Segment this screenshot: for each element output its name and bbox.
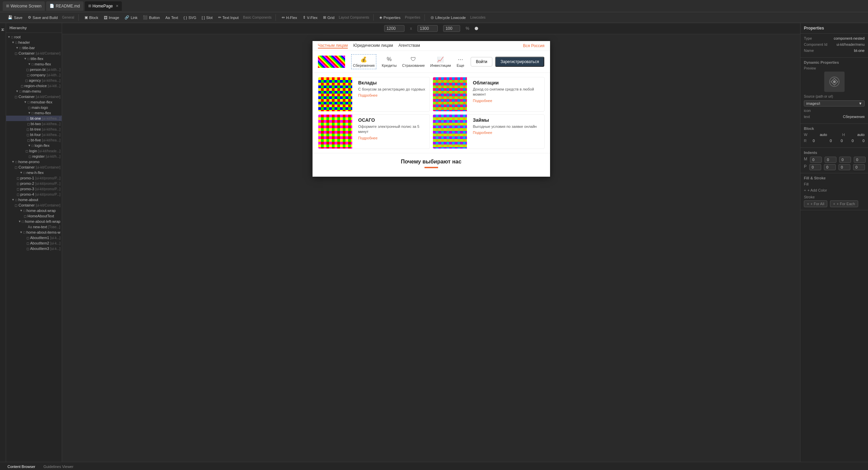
tree-item-menubar-flex[interactable]: ▼ □ menubar-flex: [6, 99, 62, 105]
tree-item-agency[interactable]: ◻ agency [ui-kit/hea...]: [6, 78, 62, 83]
menu-item-insurance[interactable]: 🛡 Страхование: [402, 56, 425, 67]
tree-item-register[interactable]: ◻ register [ui-kit/h...]: [6, 154, 62, 159]
p-val1-input[interactable]: [809, 164, 821, 170]
menu-item-credits[interactable]: % Кредиты: [382, 56, 397, 67]
site-register-button[interactable]: Зарегистрироваться: [495, 57, 544, 67]
canvas-height-input[interactable]: [417, 25, 438, 32]
tree-item-bt-four[interactable]: ◻ bt-four [ui-kit/hea...]: [6, 132, 62, 137]
tree-item-promo-1[interactable]: ◻ promo-1 [ui-kit/promo/P...]: [6, 175, 62, 181]
tree-item-home-about-items-w[interactable]: ▼ □ home-about-items-w: [6, 230, 62, 235]
tab-welcome-screen[interactable]: ⊞ Welcome Screen: [3, 1, 45, 11]
for-each-button[interactable]: + + For Each: [830, 200, 858, 207]
m-val1-input[interactable]: [810, 157, 822, 163]
nav-link-legal[interactable]: Юридическим лицам: [353, 43, 393, 48]
content-browser-tab[interactable]: Content Browser: [3, 463, 39, 470]
r-val2: 0: [830, 139, 832, 143]
p-val3-input[interactable]: [838, 164, 850, 170]
add-color-button[interactable]: + + Add Color: [804, 188, 865, 193]
grid-button[interactable]: ⊞ Grid: [321, 14, 337, 21]
tree-item-HomeAboutText[interactable]: ◻ HomeAboutText: [6, 213, 62, 219]
text-input-button[interactable]: ✏ Text Input: [216, 14, 241, 21]
properties-button[interactable]: ◈ Properties: [377, 14, 403, 21]
tree-item-container2[interactable]: ◻ Container [ui-kit/Container]: [6, 94, 62, 99]
tree-item-bt-two[interactable]: ◻ bt-two [ui-kit/hea...]: [6, 121, 62, 126]
tree-item-AboutItem3[interactable]: ◻ AboutItem3 [ui-k...]: [6, 246, 62, 251]
m-val3-input[interactable]: [839, 157, 851, 163]
m-val2-input[interactable]: [825, 157, 836, 163]
tree-item-root[interactable]: ▼ □ root: [6, 34, 62, 40]
nav-link-personal[interactable]: Частным лицам: [318, 43, 348, 48]
card-loans: Займы Выгодные условия по заявке онлайн …: [433, 114, 545, 149]
site-region-label[interactable]: Вся Россия: [523, 43, 544, 48]
node-icon: ◻: [26, 128, 29, 131]
tree-item-company[interactable]: ◻ company [ui-kith...]: [6, 72, 62, 78]
link-button[interactable]: 🔗 Link: [122, 14, 140, 21]
guidelines-viewer-tab[interactable]: Guidelines Viewer: [39, 463, 77, 470]
menu-item-more[interactable]: ⋯ Еще: [456, 56, 465, 67]
menu-item-investments[interactable]: 📈 Инвестиции: [430, 56, 451, 67]
close-tab-icon[interactable]: ✕: [116, 4, 118, 8]
hierarchy-vertical-tab[interactable]: H: [0, 26, 5, 34]
nav-link-agencies[interactable]: Агентствам: [398, 43, 420, 48]
canvas-width-input[interactable]: [384, 25, 404, 32]
tree-item-header[interactable]: ▼ □ header: [6, 40, 62, 45]
tree-item-AboutItem2[interactable]: ◻ AboutItem2 [ui-k...]: [6, 240, 62, 246]
save-build-button[interactable]: ⚙ Save and Build: [25, 14, 60, 21]
tree-item-AboutItem1[interactable]: ◻ AboutItem1 [ui-k...]: [6, 235, 62, 240]
h-flex-button[interactable]: ⇔ H-Flex: [279, 14, 299, 21]
block-button[interactable]: ▣ Block: [82, 14, 101, 21]
slot-button[interactable]: [ ] Slot: [199, 15, 215, 21]
card-bonds-link[interactable]: Подробнее: [473, 99, 542, 103]
tree-item-new-h-flex[interactable]: ▼ □ new-h-flex: [6, 170, 62, 175]
tab-homepage[interactable]: ⊞ HomePage ✕: [85, 1, 122, 11]
tree-item-login-flex[interactable]: ▼ □ login-flex: [6, 143, 62, 148]
tree-item-bt-tree[interactable]: ◻ bt-tree [ui-kit/hea...]: [6, 126, 62, 132]
tree-item-new-text[interactable]: Aa new-text [Тове...]: [6, 224, 62, 230]
p-val2-input[interactable]: [824, 164, 836, 170]
tree-item-home-about-wrap[interactable]: ▼ □ home-about-wrap: [6, 208, 62, 213]
source-input[interactable]: images/i ▼: [804, 100, 865, 106]
m-val4-input[interactable]: [854, 157, 866, 163]
canvas-zoom-input[interactable]: [443, 25, 460, 32]
tree-item-promo-2[interactable]: ◻ promo-2 [ui-kit/promo/P...]: [6, 181, 62, 186]
tab-readme[interactable]: 📄 README.md: [46, 1, 83, 11]
tree-item-person-bt[interactable]: ◻ person-bt [ui-kith...]: [6, 67, 62, 72]
tree-item-main-logo[interactable]: ◻ main-logo: [6, 105, 62, 110]
v-flex-button[interactable]: ⇕ V-Flex: [300, 14, 320, 21]
tree-item-promo-3[interactable]: ◻ promo-3 [ui-kit/promo/P...]: [6, 186, 62, 192]
card-loans-title: Займы: [473, 117, 537, 123]
lifecycle-button[interactable]: ◎ Lifecycle Lowcode: [428, 14, 468, 21]
tree-item-region-choice[interactable]: ◻ region-choice [ui-kitl...]: [6, 83, 62, 89]
tree-item-container3[interactable]: ◻ Container [ui-kit/Container]: [6, 164, 62, 170]
tree-item-home-promo[interactable]: ▼ □ home-promo: [6, 159, 62, 164]
tree-item-title-bar[interactable]: ▼ □ title-bar: [6, 45, 62, 51]
card-loans-link[interactable]: Подробнее: [473, 131, 537, 135]
tree-item-home-about-left-wrap[interactable]: ▼ □ home-about-left-wrap: [6, 219, 62, 224]
save-button[interactable]: 💾 Save: [5, 14, 25, 21]
tree-item-login[interactable]: ◻ login [ui-kit/heade...]: [6, 148, 62, 154]
card-deposits-link[interactable]: Подробнее: [358, 93, 425, 97]
node-icon: □: [19, 90, 21, 93]
tree-item-menu-flex[interactable]: ▼ □ menu-flex: [6, 61, 62, 67]
for-all-button[interactable]: + + For All: [804, 200, 827, 207]
p-val4-input[interactable]: [853, 164, 865, 170]
tree-item-container1[interactable]: ◻ Container [ui-kit/Container]: [6, 51, 62, 56]
tree-item-bt-one[interactable]: ◻ bt-one [ui-kit/hea...]: [6, 116, 62, 121]
arrow-icon: ▼: [20, 231, 23, 234]
canvas-viewport[interactable]: Частным лицам Юридическим лицам Агентств…: [62, 34, 800, 462]
tree-item-promo-4[interactable]: ◻ promo-4 [ui-kit/promo/P...]: [6, 192, 62, 197]
button-button[interactable]: ⬛ Button: [140, 14, 162, 21]
svg-button[interactable]: { } SVG: [181, 15, 199, 21]
tree-item-home-about[interactable]: ▼ □ home-about: [6, 197, 62, 202]
tree-item-menu-flex2[interactable]: ▼ □ menu-flex: [6, 110, 62, 116]
tree-item-bt-five[interactable]: ◻ bt-five [ui-kit/hea...]: [6, 137, 62, 143]
tree-item-main-menu[interactable]: ▼ □ main-menu: [6, 89, 62, 94]
card-osago-link[interactable]: Подробнее: [358, 136, 427, 140]
tree-item-title-flex[interactable]: ▼ □ title-flex: [6, 56, 62, 61]
image-button[interactable]: 🖼 Image: [101, 15, 122, 21]
menu-item-savings[interactable]: 💰 Сбережения: [351, 54, 376, 69]
text-button[interactable]: Aa Text: [163, 15, 181, 21]
hierarchy-tree: ▼ □ root ▼ □ header ▼ □ title-bar ◻ Cont…: [6, 33, 62, 462]
tree-item-container4[interactable]: ◻ Container [ui-kit/Container]: [6, 202, 62, 208]
site-login-button[interactable]: Войти: [471, 57, 492, 66]
